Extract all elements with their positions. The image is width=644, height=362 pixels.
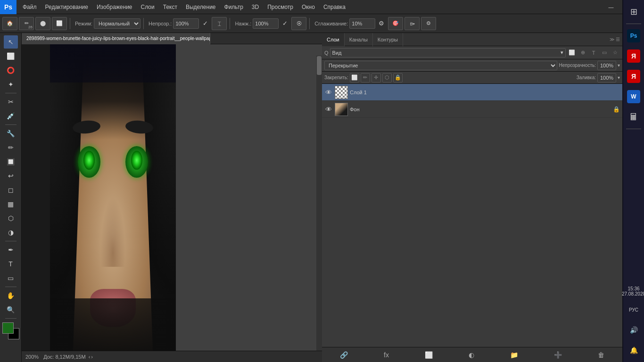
filter-dropdown[interactable]: Вид ▾ bbox=[330, 48, 566, 58]
canvas-wrapper[interactable] bbox=[22, 44, 322, 362]
opacity-input[interactable] bbox=[173, 18, 199, 29]
flow-toggle[interactable]: ✓ bbox=[280, 18, 290, 29]
new-layer-btn[interactable]: ➕ bbox=[554, 351, 562, 359]
brush-tool-btn[interactable]: ✏ 26 bbox=[19, 17, 34, 30]
nav-left[interactable]: ‹ bbox=[89, 354, 91, 360]
scroll-thumb[interactable] bbox=[317, 56, 322, 75]
hand-tool[interactable]: ✋ bbox=[4, 289, 18, 302]
lock-paint-btn[interactable]: ✏ bbox=[361, 73, 370, 82]
nav-right[interactable]: › bbox=[91, 354, 93, 360]
lock-artboard-btn[interactable]: ⬡ bbox=[382, 73, 392, 82]
wand-tool[interactable]: ✦ bbox=[4, 78, 18, 91]
foreground-color[interactable] bbox=[2, 322, 14, 334]
zoom-tool[interactable]: 🔍 bbox=[4, 303, 18, 316]
menu-window[interactable]: Окно bbox=[298, 2, 319, 12]
filter-shape-icon[interactable]: ▭ bbox=[600, 48, 609, 58]
home-button[interactable]: 🏠 bbox=[2, 17, 17, 30]
select-tool[interactable]: ⬜ bbox=[4, 49, 18, 63]
tab-paths[interactable]: Контуры bbox=[373, 33, 403, 46]
layer-1-visibility[interactable]: 👁 bbox=[324, 88, 333, 97]
history-tool[interactable]: ↩ bbox=[4, 169, 18, 182]
shape-tool[interactable]: ▭ bbox=[4, 272, 18, 285]
start-button[interactable]: ⊞ bbox=[624, 2, 643, 21]
menu-edit[interactable]: Редактирование bbox=[41, 2, 92, 12]
menu-3d[interactable]: 3D bbox=[248, 2, 263, 12]
menu-select[interactable]: Выделение bbox=[182, 2, 220, 12]
heal-tool[interactable]: 🔧 bbox=[4, 127, 18, 140]
airbrush-btn[interactable]: ⦿ bbox=[291, 17, 306, 30]
menu-file[interactable]: Файл bbox=[19, 2, 41, 12]
opacity-toggle[interactable]: ✓ bbox=[200, 18, 210, 29]
tab-channels[interactable]: Каналы bbox=[345, 33, 373, 46]
taskbar-ps[interactable]: Ps bbox=[624, 26, 643, 45]
add-mask-btn[interactable]: ⬜ bbox=[425, 351, 433, 359]
taskbar-yandex-2[interactable]: Я bbox=[624, 67, 643, 86]
adjustment-layer-btn[interactable]: ◐ bbox=[469, 351, 474, 359]
menu-help[interactable]: Справка bbox=[320, 2, 349, 12]
lock-position-btn[interactable]: ✛ bbox=[372, 73, 381, 82]
color-swatches[interactable] bbox=[2, 322, 19, 339]
smoothing-input[interactable] bbox=[349, 18, 375, 29]
menu-layers[interactable]: Слои bbox=[137, 2, 158, 12]
search-filter-icon[interactable]: Q bbox=[324, 50, 329, 56]
menu-view[interactable]: Просмотр bbox=[264, 2, 297, 12]
brush-settings[interactable]: ⬜ bbox=[52, 17, 67, 30]
taskbar-yandex-1[interactable]: Я bbox=[624, 47, 643, 66]
smoothing-options-btn[interactable]: 🎯 bbox=[388, 17, 403, 30]
move-tool[interactable]: ↖ bbox=[4, 35, 18, 49]
panel-menu-icon[interactable]: ☰ bbox=[616, 37, 620, 42]
minimize-button[interactable]: — bbox=[604, 0, 618, 14]
blur-tool[interactable]: ⬡ bbox=[4, 212, 18, 225]
tab-layers[interactable]: Слои bbox=[322, 33, 345, 46]
pressure-btn[interactable]: ⌲ bbox=[405, 17, 420, 30]
lock-all-btn[interactable]: 🔒 bbox=[393, 73, 403, 82]
taskbar-clock: 15:36 27.08.2020 bbox=[622, 286, 644, 299]
nose bbox=[100, 197, 125, 267]
pen-tool[interactable]: ✒ bbox=[4, 243, 18, 256]
windows-taskbar: ⊞ Ps Я Я W 🖩 15:36 27.08.2020 РУС 🔊 🔔 bbox=[622, 0, 644, 362]
taskbar-lang[interactable]: РУС bbox=[624, 300, 643, 319]
crop-tool[interactable]: ✂ bbox=[4, 95, 18, 108]
layer-bg-lock-icon: 🔒 bbox=[613, 106, 620, 113]
lasso-tool[interactable]: ⭕ bbox=[4, 64, 18, 77]
filter-adj-icon[interactable]: ⊕ bbox=[578, 48, 587, 58]
new-group-btn[interactable]: 📁 bbox=[510, 351, 518, 359]
blend-mode-select[interactable]: Нормальный bbox=[94, 18, 140, 29]
stamp-tool[interactable]: 🔲 bbox=[4, 155, 18, 168]
filter-pixel-icon[interactable]: ⬜ bbox=[567, 48, 577, 58]
gradient-tool[interactable]: ▦ bbox=[4, 197, 18, 211]
flow-input[interactable] bbox=[253, 18, 279, 29]
eraser-tool[interactable]: ◻ bbox=[4, 183, 18, 197]
smoothing-settings[interactable]: ⚙ bbox=[376, 18, 387, 29]
taskbar-calc[interactable]: 🖩 bbox=[624, 107, 643, 126]
layer-effects-btn[interactable]: fx bbox=[384, 351, 389, 359]
filter-text-icon[interactable]: T bbox=[589, 48, 598, 58]
filter-smart-icon[interactable]: ☆ bbox=[611, 48, 620, 58]
dodge-tool[interactable]: ◑ bbox=[4, 226, 18, 239]
taskbar-volume[interactable]: 🔊 bbox=[624, 321, 643, 339]
pen-pressure-btn[interactable]: ⌶ bbox=[212, 17, 227, 30]
brush-size-preset[interactable]: ⬤ bbox=[35, 17, 50, 30]
vertical-scrollbar[interactable] bbox=[316, 56, 322, 362]
brush-tool[interactable]: ✏ bbox=[4, 141, 18, 154]
text-tool[interactable]: T bbox=[4, 257, 18, 271]
menu-image[interactable]: Изображение bbox=[93, 2, 136, 12]
menu-filter[interactable]: Фильтр bbox=[221, 2, 247, 12]
settings-btn[interactable]: ⚙ bbox=[421, 17, 436, 30]
lock-pixels-btn[interactable]: ⬜ bbox=[350, 73, 359, 82]
document-tab[interactable]: 2898989-women-brunette-face-juicy-lips-b… bbox=[22, 33, 210, 44]
layer-bg-visibility[interactable]: 👁 bbox=[324, 105, 333, 114]
panel-expand-icon[interactable]: ≫ bbox=[610, 37, 614, 42]
delete-layer-btn[interactable]: 🗑 bbox=[598, 351, 604, 359]
canvas-image bbox=[50, 44, 176, 362]
layer-item-1[interactable]: 👁 Слой 1 bbox=[322, 84, 622, 101]
eyedropper-tool[interactable]: 💉 bbox=[4, 109, 18, 123]
link-layers-btn[interactable]: 🔗 bbox=[340, 351, 348, 359]
fill-input[interactable] bbox=[597, 73, 616, 82]
taskbar-word[interactable]: W bbox=[624, 87, 643, 106]
taskbar-notification[interactable]: 🔔 bbox=[624, 341, 643, 360]
layer-item-bg[interactable]: 👁 Фон 🔒 bbox=[322, 101, 622, 118]
layer-opacity-input[interactable] bbox=[597, 61, 616, 70]
menu-text[interactable]: Текст bbox=[159, 2, 181, 12]
layer-blend-select[interactable]: Перекрытие bbox=[324, 61, 557, 70]
